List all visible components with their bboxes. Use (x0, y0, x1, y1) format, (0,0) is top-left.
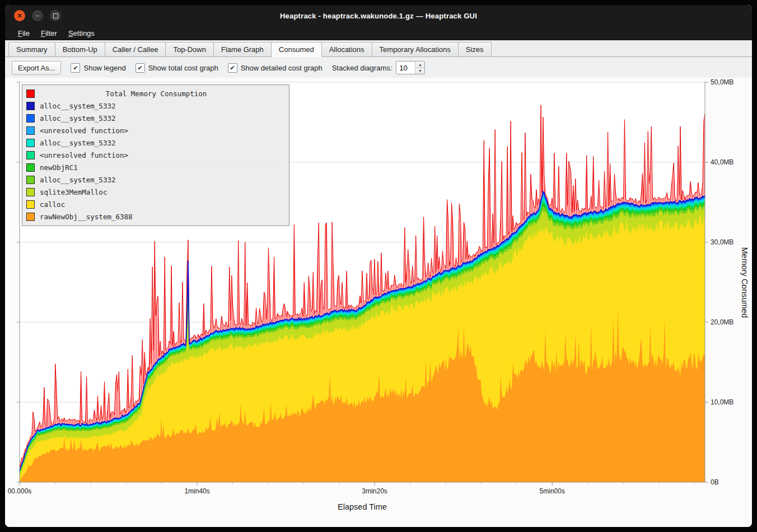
legend-label: calloc (40, 200, 65, 209)
svg-text:40,0MB: 40,0MB (711, 158, 733, 166)
maximize-icon (53, 13, 58, 18)
legend-item: rawNewObj__system_6388 (26, 210, 285, 223)
show-total-cost-checkbox[interactable]: ✔ Show total cost graph (135, 63, 218, 73)
stacked-diagrams-spinbox: ▲ ▼ (396, 61, 425, 74)
tab-temporary-allocations[interactable]: Temporary Allocations (372, 42, 459, 57)
menu-filter[interactable]: Filter (36, 28, 62, 39)
legend-label: Total Memory Consumption (40, 90, 273, 98)
window-controls: ✕ − (14, 10, 61, 21)
show-legend-label: Show legend (83, 64, 125, 72)
menu-file[interactable]: File (13, 28, 35, 39)
show-detailed-cost-label: Show detailed cost graph (241, 64, 323, 72)
chart-legend: Total Memory Consumptionalloc__system_53… (22, 84, 289, 226)
legend-item: alloc__system_5332 (26, 100, 285, 112)
app-window: Heaptrack - heaptrack.wakunode.1.gz — He… (4, 4, 753, 528)
stacked-diagrams-control: Stacked diagrams: ▲ ▼ (332, 61, 426, 74)
show-legend-checkbox[interactable]: ✔ Show legend (71, 63, 125, 73)
stacked-diagrams-input[interactable] (396, 62, 415, 74)
tab-consumed[interactable]: Consumed (271, 42, 322, 57)
svg-text:00.000s: 00.000s (8, 487, 32, 495)
menubar: File Filter Settings (5, 26, 752, 40)
stacked-diagrams-label: Stacked diagrams: (332, 64, 392, 72)
minimize-icon: − (36, 13, 39, 19)
legend-item: <unresolved function> (26, 124, 285, 136)
show-detailed-cost-checkbox[interactable]: ✔ Show detailed cost graph (228, 63, 323, 73)
legend-label: newObjRC1 (40, 163, 78, 172)
tab-bar: SummaryBottom-UpCaller / CalleeTop-DownF… (5, 41, 752, 57)
svg-text:3min20s: 3min20s (362, 487, 387, 495)
legend-swatch-icon (26, 114, 35, 123)
spin-up-icon[interactable]: ▲ (415, 62, 424, 68)
tab-caller-callee[interactable]: Caller / Callee (105, 42, 166, 57)
svg-text:20,0MB: 20,0MB (711, 318, 733, 326)
svg-text:Elapsed Time: Elapsed Time (338, 502, 387, 511)
legend-swatch-icon (26, 102, 35, 110)
tab-bottom-up[interactable]: Bottom-Up (55, 42, 105, 57)
legend-swatch-icon (26, 163, 35, 172)
legend-swatch-icon (26, 188, 35, 196)
legend-label: alloc__system_5332 (40, 114, 115, 123)
tab-allocations[interactable]: Allocations (321, 42, 372, 57)
legend-label: alloc__system_5332 (40, 176, 115, 184)
checkbox-checked-icon: ✔ (71, 63, 80, 73)
svg-text:1min40s: 1min40s (184, 487, 209, 495)
svg-text:50,0MB: 50,0MB (711, 78, 733, 86)
main-content: SummaryBottom-UpCaller / CalleeTop-DownF… (5, 40, 752, 528)
legend-swatch-icon (26, 90, 35, 98)
legend-label: sqlite3MemMalloc (40, 188, 107, 196)
close-button[interactable]: ✕ (14, 10, 25, 21)
legend-swatch-icon (26, 151, 35, 159)
legend-label: alloc__system_5332 (40, 102, 115, 110)
legend-item: alloc__system_5332 (26, 173, 285, 186)
legend-swatch-icon (26, 200, 35, 209)
legend-label: alloc__system_5332 (40, 139, 115, 147)
toolbar: Export As... ✔ Show legend ✔ Show total … (5, 57, 752, 78)
chart-area: 0B10,0MB20,0MB30,0MB40,0MB50,0MB00.000s1… (5, 78, 752, 528)
svg-text:5min00s: 5min00s (540, 487, 565, 495)
svg-text:10,0MB: 10,0MB (711, 398, 733, 406)
export-as-button[interactable]: Export As... (12, 61, 61, 75)
legend-item: alloc__system_5332 (26, 112, 285, 124)
close-icon: ✕ (17, 13, 22, 19)
legend-swatch-icon (26, 213, 35, 221)
svg-text:30,0MB: 30,0MB (711, 238, 733, 246)
spin-down-icon[interactable]: ▼ (415, 68, 424, 74)
window-title: Heaptrack - heaptrack.wakunode.1.gz — He… (5, 12, 752, 20)
legend-label: <unresolved function> (40, 151, 128, 159)
tab-top-down[interactable]: Top-Down (165, 42, 214, 57)
menu-settings[interactable]: Settings (63, 28, 100, 39)
legend-item: sqlite3MemMalloc (26, 186, 285, 198)
legend-item: newObjRC1 (26, 161, 285, 173)
svg-text:0B: 0B (711, 478, 719, 486)
minimize-button[interactable]: − (32, 10, 43, 21)
maximize-button[interactable] (50, 10, 61, 21)
tab-sizes[interactable]: Sizes (458, 42, 492, 57)
svg-text:Memory Consumed: Memory Consumed (740, 247, 749, 318)
tab-summary[interactable]: Summary (8, 42, 55, 57)
legend-item: alloc__system_5332 (26, 136, 285, 149)
legend-swatch-icon (26, 176, 35, 184)
legend-swatch-icon (26, 139, 35, 147)
legend-swatch-icon (26, 126, 35, 135)
legend-item: <unresolved function> (26, 149, 285, 161)
legend-label: <unresolved function> (40, 126, 128, 135)
checkbox-checked-icon: ✔ (228, 63, 237, 73)
legend-label: rawNewObj__system_6388 (40, 213, 133, 221)
legend-title-row: Total Memory Consumption (26, 87, 285, 100)
titlebar: Heaptrack - heaptrack.wakunode.1.gz — He… (5, 5, 752, 26)
checkbox-checked-icon: ✔ (135, 63, 145, 73)
legend-item: calloc (26, 198, 285, 210)
show-total-cost-label: Show total cost graph (148, 64, 218, 72)
spin-arrows: ▲ ▼ (415, 62, 424, 74)
tab-flame-graph[interactable]: Flame Graph (213, 42, 272, 57)
screenshot-stage: Heaptrack - heaptrack.wakunode.1.gz — He… (0, 0, 757, 532)
